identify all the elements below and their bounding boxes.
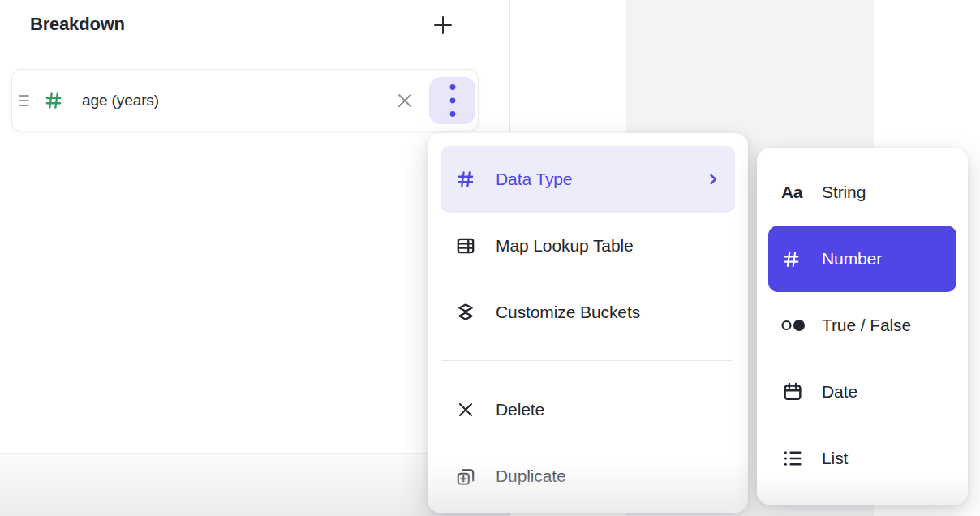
breakdown-section-title: Breakdown xyxy=(30,14,125,35)
field-options-menu: Data Type Map Lookup Table Customize Buc… xyxy=(428,133,748,513)
menu-item-label: Duplicate xyxy=(496,467,566,486)
submenu-item-label: True / False xyxy=(822,316,911,335)
field-label: age (years) xyxy=(82,92,159,110)
menu-item-customize-buckets[interactable]: Customize Buckets xyxy=(441,279,735,346)
submenu-item-label: Number xyxy=(822,249,882,269)
menu-item-label: Delete xyxy=(496,400,544,419)
submenu-item-date[interactable]: Date xyxy=(768,359,956,425)
duplicate-icon xyxy=(455,466,476,488)
close-icon xyxy=(395,91,415,110)
plus-icon xyxy=(432,15,453,36)
string-icon: Aa xyxy=(781,183,810,202)
menu-item-label: Map Lookup Table xyxy=(496,236,634,256)
kebab-menu-icon xyxy=(449,84,456,118)
chevron-right-icon xyxy=(706,172,720,187)
submenu-item-label: Date xyxy=(822,382,858,402)
add-breakdown-button[interactable] xyxy=(430,12,456,38)
menu-item-label: Customize Buckets xyxy=(496,303,640,322)
menu-item-label: Data Type xyxy=(496,170,572,189)
field-options-button[interactable] xyxy=(429,77,475,124)
submenu-item-number[interactable]: Number xyxy=(768,226,956,292)
number-hash-icon xyxy=(781,249,810,269)
submenu-item-string[interactable]: Aa String xyxy=(768,159,956,226)
table-icon xyxy=(455,235,476,256)
submenu-item-label: String xyxy=(822,183,866,202)
menu-divider xyxy=(442,360,733,361)
menu-item-delete[interactable]: Delete xyxy=(441,376,735,443)
stacked-layers-icon xyxy=(455,302,476,323)
submenu-item-true-false[interactable]: True / False xyxy=(768,292,956,359)
number-hash-icon xyxy=(43,90,64,111)
menu-item-map-lookup-table[interactable]: Map Lookup Table xyxy=(441,213,735,279)
number-hash-icon xyxy=(455,169,476,190)
x-icon xyxy=(455,400,476,419)
menu-item-data-type[interactable]: Data Type xyxy=(441,146,735,213)
data-type-submenu: Aa String Number True / False Date xyxy=(757,148,968,505)
list-icon xyxy=(781,447,810,470)
submenu-item-list[interactable]: List xyxy=(768,425,956,492)
calendar-icon xyxy=(781,381,810,403)
boolean-circles-icon xyxy=(781,317,810,333)
drag-handle-icon[interactable] xyxy=(19,93,29,107)
remove-field-button[interactable] xyxy=(387,83,423,118)
menu-item-duplicate[interactable]: Duplicate xyxy=(441,443,735,510)
breakdown-field-card[interactable]: age (years) xyxy=(11,69,479,131)
submenu-item-label: List xyxy=(822,449,848,468)
